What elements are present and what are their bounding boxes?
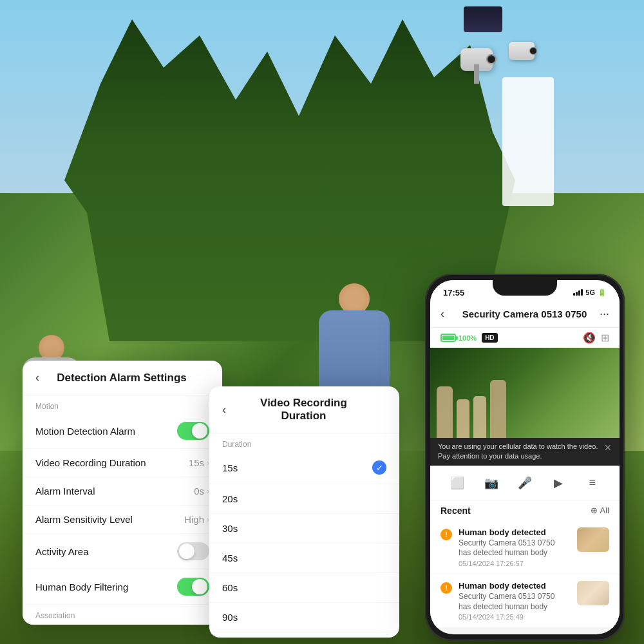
action-bar: ⬜ 📷 🎤 ▶ ≡ (430, 466, 620, 500)
duration-20s-row[interactable]: 20s (209, 484, 399, 514)
detection-panel-header: ‹ Detection Alarm Settings (23, 361, 222, 395)
alarm-interval-value: 0s › (194, 486, 209, 497)
duration-section-label: Duration (209, 433, 399, 451)
event-time-2: 05/14/2024 17:25:49 (459, 613, 571, 621)
duration-back-button[interactable]: ‹ (222, 403, 226, 417)
phone-mockup: 17:55 5G 🔋 ‹ Security Camera 0513 0750 ·… (425, 274, 625, 641)
duration-30s-row[interactable]: 30s (209, 514, 399, 544)
duration-60s-label: 60s (222, 582, 238, 593)
phone-more-button[interactable]: ··· (600, 307, 609, 321)
filter-icon: ⊕ (591, 506, 598, 515)
battery-indicator: 100% (440, 334, 477, 342)
duration-panel: ‹ Video Recording Duration Duration 15s … (209, 386, 399, 638)
event-desc-1: Security Camera 0513 0750has detected hu… (459, 538, 571, 558)
signal-bars (573, 289, 583, 296)
detection-back-button[interactable]: ‹ (35, 371, 39, 384)
alarm-sensitivity-label: Alarm Sensitivity Level (35, 514, 133, 525)
duration-20s-label: 20s (222, 493, 238, 504)
event-desc-2: Security Camera 0513 0750has detected hu… (459, 592, 571, 612)
detection-panel-title: Detection Alarm Settings (50, 372, 194, 384)
event-alert-icon-2: ! (440, 582, 452, 594)
association-section-label: Association (23, 605, 222, 623)
detection-alarm-panel: ‹ Detection Alarm Settings Motion Motion… (23, 361, 222, 625)
event-item-1[interactable]: ! Human body detected Security Camera 05… (430, 521, 620, 574)
phone-toolbar: 100% HD 🔇 ⊞ (430, 328, 620, 348)
mute-icon[interactable]: 🔇 (583, 332, 596, 344)
duration-15s-check: ✓ (372, 460, 386, 475)
video-recording-value: 15s › (189, 457, 209, 468)
grid-icon[interactable]: ⊞ (601, 332, 609, 344)
duration-30s-label: 30s (222, 523, 238, 534)
video-recording-row[interactable]: Video Recording Duration 15s › (23, 449, 222, 477)
duration-panel-header: ‹ Video Recording Duration (209, 386, 399, 433)
duration-panel-title: Video Recording Duration (236, 397, 371, 422)
duration-120s-row[interactable]: 120s (209, 632, 399, 638)
phone-notch (493, 280, 557, 296)
event-info-2: Human body detected Security Camera 0513… (459, 581, 571, 621)
screenshot-icon[interactable]: 📷 (480, 471, 503, 495)
duration-60s-row[interactable]: 60s (209, 573, 399, 603)
status-time: 17:55 (443, 288, 464, 298)
duration-45s-row[interactable]: 45s (209, 544, 399, 573)
motion-section-label: Motion (23, 395, 222, 413)
video-preview[interactable] (430, 348, 620, 438)
data-banner-text: You are using your cellular data to watc… (438, 442, 604, 462)
phone-nav-title: Security Camera 0513 0750 (450, 308, 600, 319)
menu-icon[interactable]: ≡ (581, 471, 604, 495)
all-label: All (600, 506, 609, 515)
activity-area-row: Activity Area (23, 534, 222, 569)
playback-icon[interactable]: ▶ (547, 471, 570, 495)
video-recording-label: Video Recording Duration (35, 457, 146, 468)
phone-screen: 17:55 5G 🔋 ‹ Security Camera 0513 0750 ·… (430, 280, 620, 634)
motion-detection-row: Motion Detection Alarm (23, 413, 222, 449)
event-thumb-2 (577, 581, 609, 605)
event-alert-icon-1: ! (440, 529, 452, 540)
battery-percentage: 100% (459, 334, 477, 342)
event-title-2: Human body detected (459, 581, 571, 591)
alarm-sensitivity-value: High › (184, 514, 209, 525)
alarm-sensitivity-row[interactable]: Alarm Sensitivity Level High › (23, 506, 222, 534)
phone-outer: 17:55 5G 🔋 ‹ Security Camera 0513 0750 ·… (425, 274, 625, 641)
fullscreen-icon[interactable]: ⬜ (446, 471, 469, 495)
human-body-toggle[interactable] (177, 578, 209, 596)
battery-icon (440, 334, 456, 342)
alarm-interval-row[interactable]: Alarm Interval 0s › (23, 477, 222, 506)
duration-90s-row[interactable]: 90s (209, 603, 399, 632)
duration-15s-label: 15s (222, 462, 238, 473)
duration-45s-label: 45s (222, 553, 238, 564)
duration-15s-row[interactable]: 15s ✓ (209, 451, 399, 484)
alarm-interval-label: Alarm Interval (35, 486, 95, 497)
activity-area-toggle[interactable] (177, 542, 209, 560)
phone-nav-bar: ‹ Security Camera 0513 0750 ··· (430, 301, 620, 328)
human-body-row: Human Body Filtering (23, 569, 222, 605)
event-time-1: 05/14/2024 17:26:57 (459, 560, 571, 567)
network-type: 5G (585, 289, 595, 296)
battery-status: 🔋 (598, 289, 607, 297)
recent-label: Recent (440, 506, 471, 516)
all-filter[interactable]: ⊕ All (591, 506, 609, 515)
data-banner: You are using your cellular data to watc… (430, 438, 620, 466)
phone-back-button[interactable]: ‹ (440, 307, 444, 321)
hd-badge: HD (482, 333, 497, 343)
camera-device (451, 6, 535, 84)
data-banner-close[interactable]: ✕ (604, 442, 612, 455)
event-info-1: Human body detected Security Camera 0513… (459, 527, 571, 567)
event-thumb-1 (577, 527, 609, 552)
trigger-siren-row: Trigger Siren (23, 623, 222, 625)
microphone-icon[interactable]: 🎤 (513, 471, 536, 495)
status-icons: 5G 🔋 (573, 289, 607, 297)
event-title-1: Human body detected (459, 527, 571, 537)
motion-detection-toggle[interactable] (177, 422, 209, 440)
human-body-label: Human Body Filtering (35, 582, 128, 592)
event-item-2[interactable]: ! Human body detected Security Camera 05… (430, 574, 620, 628)
recent-header: Recent ⊕ All (430, 500, 620, 521)
activity-area-label: Activity Area (35, 546, 89, 557)
duration-90s-label: 90s (222, 612, 238, 623)
motion-detection-label: Motion Detection Alarm (35, 426, 135, 437)
